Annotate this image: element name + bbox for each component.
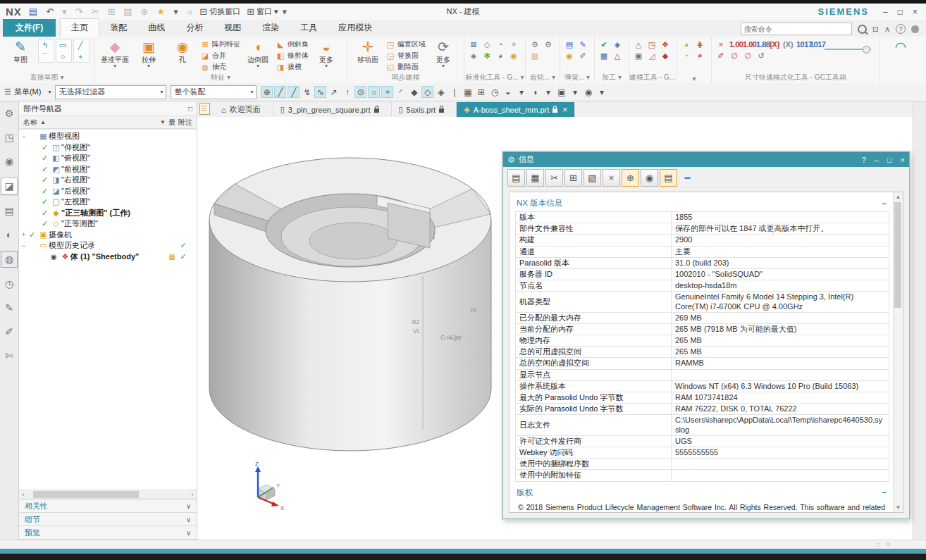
ribbon-button[interactable]: ↰ <box>40 39 52 51</box>
ribbon-tab[interactable]: 装配 <box>99 19 137 37</box>
navigator-section-header[interactable]: 预览 ∨ <box>19 526 197 540</box>
ribbon-button[interactable]: ✎ <box>578 39 590 50</box>
ribbon-button[interactable]: ◣ 倒斜角 <box>276 39 309 50</box>
fullscreen-icon[interactable]: ⊡ <box>872 25 879 34</box>
ribbon-button[interactable]: ⌒ <box>40 51 52 62</box>
snap-center-icon[interactable]: ⊙ <box>354 86 366 98</box>
eye-icon[interactable]: ◉ <box>51 253 60 261</box>
ribbon-button[interactable]: [X] <box>770 39 782 50</box>
selection-scope-dropdown[interactable]: 整个装配 ▾ <box>171 85 257 99</box>
check-icon[interactable]: ✓ <box>42 187 51 196</box>
ribbon-button[interactable]: ∅ <box>743 50 755 61</box>
tree-item[interactable]: ✓ ◧ "俯视图" <box>19 153 197 164</box>
check-icon[interactable]: ✓ <box>42 175 51 185</box>
scroll-up-icon[interactable]: ▲ <box>894 194 903 200</box>
assembly-navigator-icon[interactable]: ◳ <box>1 130 17 145</box>
redo-icon[interactable]: ↷ <box>75 6 87 17</box>
view-dropdown-arrow[interactable]: ▾ <box>515 86 527 98</box>
ribbon-button[interactable]: ◪ 合并 <box>200 50 240 61</box>
check-icon[interactable]: ✓ <box>29 230 38 239</box>
scrollbar-thumb[interactable] <box>894 202 901 308</box>
snap-intersection-icon[interactable]: ＋ <box>381 86 393 98</box>
view-shaded-icon[interactable]: ◒ <box>502 86 514 98</box>
minimize-ribbon-icon[interactable]: ∧ <box>884 25 890 34</box>
snap-circle-icon[interactable]: ○ <box>368 86 380 98</box>
paste-icon[interactable]: ▧ <box>584 169 601 187</box>
ribbon-button[interactable]: ⚙ <box>530 39 542 50</box>
ribbon-button[interactable]: ○ <box>58 51 70 62</box>
ribbon-tab[interactable]: 渲染 <box>252 19 290 37</box>
ribbon-button[interactable]: × <box>716 39 728 50</box>
dialog-title-bar[interactable]: ⚙ 信息 ? – □ × <box>503 152 909 167</box>
ribbon-button[interactable]: ▤ <box>564 39 576 50</box>
check-icon[interactable]: ✓ <box>42 143 51 152</box>
collapse-icon[interactable]: ━ <box>679 169 696 187</box>
ribbon-button[interactable]: ◈ <box>612 39 624 50</box>
qat-more-arrow[interactable]: ▾ <box>283 6 292 17</box>
view-window-icon[interactable]: ▦ <box>462 86 474 98</box>
snap-arc-icon[interactable]: ◜ <box>395 86 407 98</box>
ribbon-button[interactable]: ◲ 替换面 <box>385 50 426 61</box>
ribbon-button[interactable]: ⟳ 更多 ▾ <box>427 39 459 69</box>
ribbon-button[interactable]: ＋ <box>75 51 87 62</box>
snap-midpoint-icon[interactable]: ╱ <box>288 86 300 98</box>
welcome-tab[interactable]: ⌂ 欢迎页面 <box>214 102 273 117</box>
ribbon-button[interactable]: ✧ <box>509 39 521 50</box>
ribbon-button[interactable]: ⊠ <box>469 39 481 50</box>
switch-window-icon[interactable]: ⊟ 切换窗口 <box>199 6 242 17</box>
ribbon-group-label[interactable]: 建模工具 - G... ▾ <box>629 73 677 82</box>
ribbon-button[interactable]: ∅ <box>729 50 741 61</box>
command-finder-icon[interactable]: ◃ <box>187 6 196 17</box>
ribbon-button[interactable]: ◍ 抽壳 <box>200 61 240 73</box>
ribbon-button[interactable]: ✐ <box>578 50 590 61</box>
ribbon-button[interactable]: ✐ <box>716 50 728 61</box>
help-icon[interactable]: ? <box>896 24 906 34</box>
snap-body-icon[interactable]: ◈ <box>435 86 447 98</box>
ribbon-tab[interactable]: 分析 <box>175 19 214 37</box>
favorites-icon[interactable]: ★ <box>157 6 170 17</box>
process-studio-icon[interactable]: ✎ <box>1 300 17 316</box>
ribbon-button[interactable]: ▭ <box>58 39 70 51</box>
ribbon-button[interactable]: ❖ <box>660 39 672 50</box>
ribbon-button[interactable]: ▥ <box>530 50 542 61</box>
ribbon-button[interactable]: ◒ 更多 ▾ <box>310 39 342 69</box>
view-style-icon[interactable]: ◑ <box>529 86 541 98</box>
dialog-maximize-button[interactable]: □ <box>887 156 892 164</box>
ribbon-button[interactable]: ◨ 拔模 <box>276 61 309 73</box>
minimize-button[interactable]: – <box>883 7 888 17</box>
ribbon-group-label[interactable]: 特征 ▾ <box>94 73 347 82</box>
navigator-section-header[interactable]: 相关性 ∨ <box>19 499 197 513</box>
save-icon[interactable]: ▤ <box>507 169 525 187</box>
ribbon-button[interactable]: ◉ <box>509 50 521 61</box>
ribbon-tab[interactable]: 应用模块 <box>328 19 383 37</box>
select-all-icon[interactable]: ⊕ <box>622 169 639 187</box>
tree-item[interactable]: ✓ ▢ "左视图" <box>19 197 197 208</box>
ribbon-button[interactable]: ▣ <box>918 39 926 56</box>
go-to-icon[interactable]: ▤ <box>660 169 677 187</box>
view-style-arrow[interactable]: ▾ <box>542 86 554 98</box>
web-browser-icon[interactable]: ◍ <box>1 251 18 268</box>
ribbon-button[interactable]: ◔ <box>681 50 693 61</box>
delete-icon[interactable]: × <box>603 169 620 187</box>
expander-icon[interactable]: − <box>22 133 29 140</box>
reuse-library-icon[interactable]: ▤ <box>1 203 17 218</box>
snap-point-icon[interactable]: ⊕ <box>261 86 273 98</box>
filter-dropdown-icon[interactable]: ▼ <box>160 119 166 125</box>
hd3d-tool-icon[interactable]: ◐ <box>1 227 17 242</box>
snap-pole-icon[interactable]: ↯ <box>301 86 313 98</box>
column-name[interactable]: 名称 <box>23 118 37 127</box>
ribbon-button[interactable]: ◠ <box>884 39 917 56</box>
dialog-close-button[interactable]: × <box>901 156 905 164</box>
ribbon-button[interactable]: ◇ <box>482 39 494 50</box>
check-icon[interactable]: ✓ <box>42 209 51 218</box>
view-fit-icon[interactable]: ⊞ <box>475 86 487 98</box>
scroll-left-icon[interactable]: ‹ <box>19 491 27 498</box>
ribbon-group-label[interactable]: 齿轮... ▾ <box>526 73 560 82</box>
touch-mode-icon[interactable]: ⊕ <box>141 6 153 17</box>
ribbon-button[interactable]: ▣ <box>634 50 646 61</box>
close-button[interactable]: × <box>913 7 918 17</box>
part-tab[interactable]: ◈ A-boss_sheet_mm.prt × <box>457 102 575 117</box>
cut-icon[interactable]: ✂ <box>91 6 103 17</box>
expander-icon[interactable]: + <box>22 231 29 238</box>
snap-face-icon[interactable]: ◆ <box>408 86 420 98</box>
